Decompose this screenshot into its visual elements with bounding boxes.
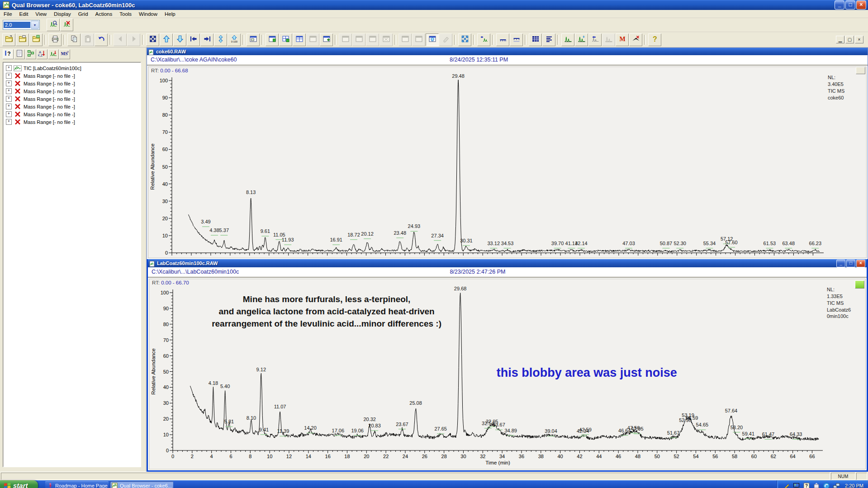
- tray-hidden-icons-icon[interactable]: [812, 482, 820, 488]
- mdi-close-button[interactable]: ×: [855, 36, 863, 43]
- expand-icon[interactable]: +: [6, 81, 12, 86]
- tray-messenger-icon[interactable]: [822, 482, 830, 488]
- cell2-maximize-button[interactable]: □: [846, 260, 855, 267]
- maximize-button[interactable]: □: [845, 0, 855, 9]
- minimize-button[interactable]: _: [835, 0, 844, 9]
- infobar-tab-info-pages[interactable]: ?: [3, 49, 14, 59]
- autorange-y-button[interactable]: [214, 33, 227, 46]
- axis-options-x-button[interactable]: [496, 33, 509, 46]
- tray-pen-tool-icon[interactable]: [783, 482, 790, 488]
- cell2-close-button[interactable]: ×: [856, 260, 865, 267]
- infobar-tab-structure[interactable]: [25, 49, 36, 59]
- tray-help-center-icon[interactable]: ?: [802, 482, 810, 488]
- cell2-titlebar[interactable]: LabCoatz60min100c.RAW _ □ ×: [148, 259, 867, 267]
- menu-file[interactable]: File: [0, 11, 16, 17]
- pan-right-button[interactable]: [200, 33, 213, 46]
- expand-icon[interactable]: +: [6, 73, 12, 79]
- tree-item[interactable]: +TIC [LabCoatz60min100c]: [4, 64, 140, 72]
- insert-cell-above-button[interactable]: [266, 33, 279, 46]
- menu-grid[interactable]: Grid: [75, 11, 92, 17]
- mass-options-button[interactable]: M: [616, 33, 629, 46]
- cell1-pin-button[interactable]: [856, 67, 865, 74]
- cell1-titlebar[interactable]: coke60.RAW: [147, 48, 868, 55]
- pan-right-icon: [203, 35, 211, 45]
- cell1-chart-area[interactable]: RT: 0.00 - 66.68 0102030405060708090100R…: [148, 66, 867, 258]
- close-button[interactable]: ×: [856, 0, 866, 9]
- tree-item[interactable]: +Mass Range [- no file -]: [4, 80, 140, 87]
- peak-detection-all-button[interactable]: [575, 33, 588, 46]
- reset-display-range-button[interactable]: [146, 33, 159, 46]
- menu-help[interactable]: Help: [161, 11, 179, 17]
- print-button[interactable]: [48, 33, 62, 46]
- help-button[interactable]: ?: [648, 33, 661, 46]
- menu-tools[interactable]: Tools: [116, 11, 135, 17]
- mdi-minimize-button[interactable]: ▁: [836, 36, 844, 43]
- expand-icon[interactable]: +: [6, 96, 12, 102]
- display-options-button[interactable]: [247, 33, 260, 46]
- pan-left-button[interactable]: [187, 33, 200, 46]
- tree-item[interactable]: +Mass Range [- no file -]: [4, 87, 140, 95]
- clear-zoom-button[interactable]: [60, 19, 73, 31]
- expand-icon[interactable]: +: [6, 119, 12, 125]
- zoom-level-combo[interactable]: 2.0 ▼: [3, 20, 40, 30]
- zoom-in-y-button[interactable]: [160, 33, 173, 46]
- nl-line: 3.40E5: [828, 81, 865, 88]
- tree-item[interactable]: +Mass Range [- no file -]: [4, 103, 140, 110]
- expand-icon[interactable]: +: [6, 88, 12, 94]
- tree-item[interactable]: +Mass Range [- no file -]: [4, 110, 140, 118]
- apply-to-all-button[interactable]: [426, 33, 439, 46]
- expand-icon[interactable]: +: [6, 65, 12, 71]
- tree-item[interactable]: +Mass Range [- no file -]: [4, 72, 140, 80]
- titlebar: Qual Browser - coke60, LabCoatz60min100c…: [0, 0, 868, 10]
- grid-layout-button[interactable]: [293, 33, 306, 46]
- menu-display[interactable]: Display: [50, 11, 75, 17]
- infobar-tab-msn[interactable]: MSn: [59, 49, 70, 59]
- infobar-tab-sort-axz[interactable]: AX,Z: [37, 49, 47, 59]
- menu-edit[interactable]: Edit: [16, 11, 32, 17]
- add-plot-button[interactable]: [320, 33, 333, 46]
- taskbar-task-qual-browser[interactable]: Qual Browser - coke6...: [110, 481, 173, 488]
- tree-item[interactable]: +Mass Range [- no file -]: [4, 118, 140, 126]
- reject-spectrum-button[interactable]: [629, 33, 642, 46]
- open-raw-file-button[interactable]: [2, 33, 15, 46]
- cell2-chart-area[interactable]: RT: 0.00 - 66.70 01020304050607080901000…: [149, 279, 866, 469]
- svg-text:24.93: 24.93: [408, 223, 421, 229]
- cell2-pin-button[interactable]: [855, 280, 864, 289]
- menu-window[interactable]: Window: [135, 11, 161, 17]
- expand-icon[interactable]: +: [6, 104, 12, 109]
- normalize-0-100-button[interactable]: 0-100: [228, 33, 241, 46]
- start-button[interactable]: start: [0, 480, 38, 488]
- apply-zoom-button[interactable]: [47, 19, 60, 31]
- no-file-icon: [14, 95, 22, 102]
- list-view-button[interactable]: [542, 33, 555, 46]
- cell2-minimize-button[interactable]: _: [836, 260, 845, 267]
- undo-button[interactable]: [95, 33, 108, 46]
- peak-detection-button[interactable]: [561, 33, 574, 46]
- axis-options-y-button[interactable]: [510, 33, 523, 46]
- svg-text:70: 70: [163, 337, 169, 343]
- insert-cell-grid-button[interactable]: [279, 33, 292, 46]
- open-sequence-button[interactable]: [16, 33, 29, 46]
- expand-icon[interactable]: +: [6, 111, 12, 117]
- infobar-tab-report[interactable]: [14, 49, 25, 59]
- save-layout-button[interactable]: [29, 33, 43, 46]
- table-view-button[interactable]: [529, 33, 542, 46]
- previous-range-button[interactable]: [477, 33, 490, 46]
- tray-network-icon[interactable]: [832, 482, 840, 488]
- coke60-chromatogram-plot[interactable]: 0102030405060708090100Relative Abundance…: [149, 74, 826, 256]
- svg-text:47.95: 47.95: [631, 426, 644, 431]
- svg-text:52: 52: [674, 454, 679, 459]
- zoom-both-axes-button[interactable]: [458, 33, 471, 46]
- menu-view[interactable]: View: [32, 11, 50, 17]
- svg-text:8.13: 8.13: [246, 190, 256, 195]
- infobar-tab-ranges-chart[interactable]: [48, 49, 59, 59]
- copy-button[interactable]: [67, 33, 81, 46]
- zoom-out-y-button[interactable]: [173, 33, 186, 46]
- peak-arrow-button[interactable]: [588, 33, 602, 46]
- combo-dropdown-icon[interactable]: ▼: [31, 21, 39, 29]
- taskbar-task-roadmap[interactable]: Roadmap - Home Page: [45, 481, 109, 488]
- tray-display-settings-icon[interactable]: [792, 482, 800, 488]
- tree-item[interactable]: +Mass Range [- no file -]: [4, 95, 140, 103]
- menu-actions[interactable]: Actions: [92, 11, 116, 17]
- mdi-restore-button[interactable]: ▢: [845, 36, 854, 43]
